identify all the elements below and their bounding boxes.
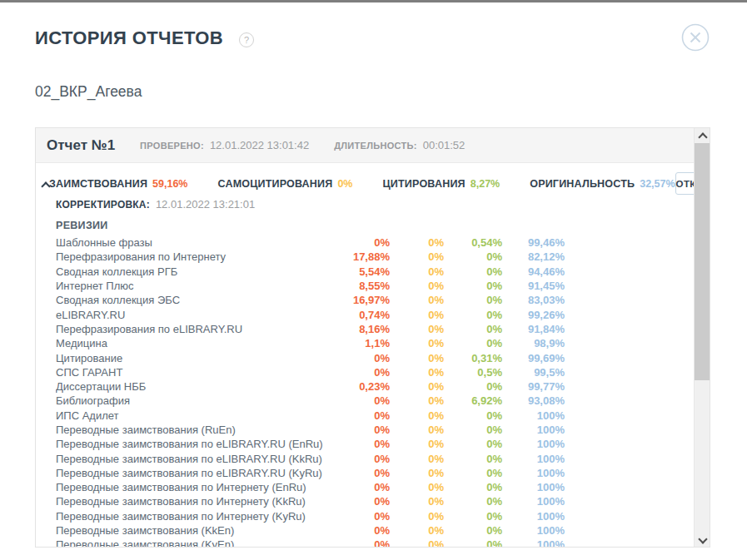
summary-item: ОРИГИНАЛЬНОСТЬ32,57% [530,178,675,190]
table-row: Переводные заимствования (RuEn)0%0%0%100… [56,423,710,437]
row-value-borrowed: 0,74% [341,309,390,321]
row-value-self_cited: 0% [390,309,444,321]
close-button[interactable] [681,23,710,52]
row-value-self_cited: 0% [390,236,444,249]
row-value-original: 100% [502,495,565,508]
row-value-original: 93,08% [502,394,565,407]
summary-item: ЦИТИРОВАНИЯ8,27% [383,178,500,190]
row-value-cited: 0% [444,280,502,292]
summary-items: ЗАИМСТВОВАНИЯ59,16%САМОЦИТИРОВАНИЯ0%ЦИТИ… [49,178,675,190]
row-value-borrowed: 0% [341,510,390,523]
table-row: СПС ГАРАНТ0%0%0,5%99,5% [56,365,710,379]
row-value-borrowed: 0% [341,394,390,407]
row-value-original: 98,9% [502,337,565,349]
table-row: Сводная коллекция ЭБС16,97%0%0%83,03% [56,293,710,307]
row-value-borrowed: 0% [341,424,390,436]
row-value-original: 99,77% [502,380,565,393]
row-value-borrowed: 0% [341,481,390,493]
summary-label: ЗАИМСТВОВАНИЯ [49,178,147,190]
row-label: Переводные заимствования по eLIBRARY.RU … [56,438,341,450]
row-value-original: 100% [502,510,565,523]
row-value-original: 99,69% [502,352,565,364]
table-row: Переводные заимствования по eLIBRARY.RU … [56,451,710,465]
summary-value: 0% [337,178,352,190]
row-value-self_cited: 0% [390,438,444,450]
row-value-cited: 0% [444,495,502,508]
help-icon[interactable]: ? [239,32,254,47]
row-label: Перефразирования по eLIBRARY.RU [56,323,341,335]
row-value-self_cited: 0% [390,250,444,263]
row-value-self_cited: 0% [390,380,444,393]
row-value-cited: 0% [444,453,502,465]
row-value-self_cited: 0% [390,424,444,436]
row-value-borrowed: 0,23% [341,380,390,393]
table-row: Переводные заимствования по eLIBRARY.RU … [56,437,710,451]
row-value-self_cited: 0% [390,524,444,537]
checked-meta: ПРОВЕРЕНО: 12.01.2022 13:01:42 [140,139,309,151]
scroll-up-icon[interactable] [695,128,710,142]
row-label: Интернет Плюс [56,280,341,292]
row-value-cited: 0% [444,510,502,523]
row-value-cited: 0% [444,250,502,263]
row-value-self_cited: 0% [390,467,444,479]
report-card-header: Отчет №1 ПРОВЕРЕНО: 12.01.2022 13:01:42 … [36,128,710,163]
row-value-self_cited: 0% [390,481,444,493]
close-icon [681,23,710,52]
row-value-cited: 6,92% [444,394,502,407]
row-value-borrowed: 0% [341,366,390,379]
summary-item: САМОЦИТИРОВАНИЯ0% [217,178,352,190]
table-row: eLIBRARY.RU0,74%0%0%99,26% [56,307,710,321]
row-value-original: 82,12% [502,250,565,263]
row-value-borrowed: 17,88% [341,250,390,263]
report-card-body: ЗАИМСТВОВАНИЯ59,16%САМОЦИТИРОВАНИЯ0%ЦИТИ… [36,172,710,548]
row-value-cited: 0% [444,409,502,422]
row-value-borrowed: 0% [341,352,390,364]
row-value-original: 100% [502,481,565,493]
row-value-original: 100% [502,538,565,548]
row-value-self_cited: 0% [390,366,444,379]
row-value-cited: 0% [444,424,502,436]
row-value-cited: 0% [444,438,502,450]
page-title: ИСТОРИЯ ОТЧЕТОВ [35,27,223,49]
row-value-original: 99,5% [502,366,565,379]
correction-value: 12.01.2022 13:21:01 [156,198,255,211]
row-value-self_cited: 0% [390,323,444,335]
row-value-original: 100% [502,453,565,465]
scrollbar-thumb[interactable] [695,143,710,380]
row-value-cited: 0% [444,309,502,321]
row-label: Сводная коллекция РГБ [56,265,341,278]
summary-label: ЦИТИРОВАНИЯ [383,178,466,190]
row-value-original: 91,84% [502,323,565,335]
revisions-heading: РЕВИЗИИ [56,220,710,231]
row-value-cited: 0% [444,481,502,493]
row-label: Переводные заимствования по eLIBRARY.RU … [56,453,341,465]
summary-value: 32,57% [640,178,675,190]
row-label: ИПС Адилет [56,409,341,422]
duration-label: ДЛИТЕЛЬНОСТЬ: [334,141,417,151]
row-label: Переводные заимствования по Интернету (E… [56,481,341,493]
document-name: 02_ВКР_Агеева [35,83,142,101]
row-value-borrowed: 8,16% [341,323,390,335]
row-value-borrowed: 0% [341,409,390,422]
row-value-original: 94,46% [502,265,565,278]
row-value-self_cited: 0% [390,265,444,278]
table-row: Перефразирования по Интернету17,88%0%0%8… [56,250,710,264]
row-value-borrowed: 0% [341,467,390,479]
row-value-borrowed: 0% [341,438,390,450]
table-row: Диссертации НББ0,23%0%0%99,77% [56,379,710,394]
row-value-borrowed: 5,54% [341,265,390,278]
table-row: Переводные заимствования по Интернету (E… [56,480,710,494]
row-value-borrowed: 0% [341,495,390,508]
row-label: Библиография [56,394,341,407]
row-value-cited: 0,5% [444,366,502,379]
row-label: Переводные заимствования (RuEn) [56,424,341,436]
revision-rows: Шаблонные фразы0%0%0,54%99,46%Перефразир… [56,235,710,548]
table-row: Переводные заимствования по Интернету (K… [56,494,710,508]
row-value-self_cited: 0% [390,337,444,349]
row-value-self_cited: 0% [390,495,444,508]
scroll-down-icon[interactable] [695,533,710,547]
row-value-original: 100% [502,424,565,436]
scrollbar[interactable] [694,128,710,547]
row-value-borrowed: 0% [341,236,390,249]
row-value-borrowed: 8,55% [341,280,390,292]
